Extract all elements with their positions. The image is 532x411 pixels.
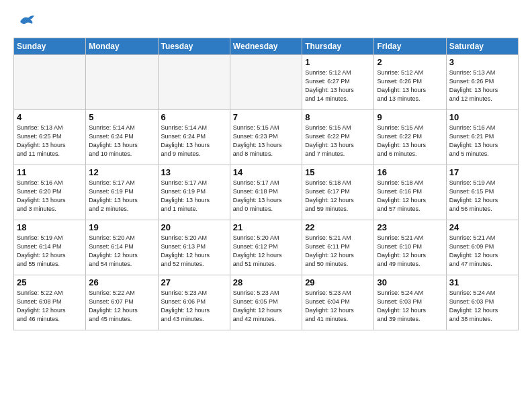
day-info: Sunrise: 5:17 AM Sunset: 6:18 PM Dayligh… — [233, 179, 299, 214]
calendar-cell: 19Sunrise: 5:20 AM Sunset: 6:14 PM Dayli… — [86, 220, 158, 275]
weekday-saturday: Saturday — [446, 38, 518, 55]
calendar-cell: 14Sunrise: 5:17 AM Sunset: 6:18 PM Dayli… — [230, 165, 302, 220]
day-info: Sunrise: 5:23 AM Sunset: 6:06 PM Dayligh… — [161, 289, 227, 324]
calendar-cell — [158, 55, 230, 110]
day-number: 21 — [233, 222, 299, 232]
day-info: Sunrise: 5:13 AM Sunset: 6:25 PM Dayligh… — [17, 124, 83, 158]
calendar-cell: 29Sunrise: 5:23 AM Sunset: 6:04 PM Dayli… — [302, 275, 374, 330]
calendar-cell — [86, 55, 158, 110]
calendar-cell: 21Sunrise: 5:20 AM Sunset: 6:12 PM Dayli… — [230, 220, 302, 275]
day-info: Sunrise: 5:20 AM Sunset: 6:14 PM Dayligh… — [89, 234, 154, 269]
calendar-cell: 7Sunrise: 5:15 AM Sunset: 6:23 PM Daylig… — [230, 110, 302, 165]
day-number: 18 — [17, 222, 83, 232]
day-number: 29 — [305, 277, 371, 287]
calendar-cell: 9Sunrise: 5:15 AM Sunset: 6:22 PM Daylig… — [374, 110, 446, 165]
day-info: Sunrise: 5:14 AM Sunset: 6:24 PM Dayligh… — [161, 124, 227, 158]
weekday-monday: Monday — [86, 38, 158, 55]
day-number: 19 — [89, 222, 154, 232]
calendar-cell: 12Sunrise: 5:17 AM Sunset: 6:19 PM Dayli… — [86, 165, 158, 220]
day-number: 20 — [161, 222, 227, 232]
day-number: 4 — [17, 112, 83, 122]
day-info: Sunrise: 5:16 AM Sunset: 6:20 PM Dayligh… — [17, 179, 83, 214]
day-number: 17 — [449, 167, 515, 177]
calendar-cell: 30Sunrise: 5:24 AM Sunset: 6:03 PM Dayli… — [374, 275, 446, 330]
day-info: Sunrise: 5:15 AM Sunset: 6:22 PM Dayligh… — [377, 124, 443, 158]
calendar-cell: 5Sunrise: 5:14 AM Sunset: 6:24 PM Daylig… — [86, 110, 158, 165]
day-number: 27 — [161, 277, 227, 287]
day-number: 22 — [305, 222, 371, 232]
calendar-cell: 23Sunrise: 5:21 AM Sunset: 6:10 PM Dayli… — [374, 220, 446, 275]
day-info: Sunrise: 5:18 AM Sunset: 6:17 PM Dayligh… — [305, 179, 371, 214]
page-header — [13, 11, 519, 31]
logo — [13, 13, 36, 31]
week-row-5: 25Sunrise: 5:22 AM Sunset: 6:08 PM Dayli… — [14, 275, 519, 330]
day-info: Sunrise: 5:17 AM Sunset: 6:19 PM Dayligh… — [89, 179, 154, 214]
day-info: Sunrise: 5:23 AM Sunset: 6:04 PM Dayligh… — [305, 289, 371, 324]
weekday-thursday: Thursday — [302, 38, 374, 55]
day-number: 7 — [233, 112, 299, 122]
day-number: 8 — [305, 112, 371, 122]
weekday-header-row: SundayMondayTuesdayWednesdayThursdayFrid… — [14, 38, 519, 55]
day-number: 6 — [161, 112, 227, 122]
day-info: Sunrise: 5:15 AM Sunset: 6:23 PM Dayligh… — [233, 124, 299, 158]
day-info: Sunrise: 5:19 AM Sunset: 6:14 PM Dayligh… — [17, 234, 83, 269]
day-info: Sunrise: 5:17 AM Sunset: 6:19 PM Dayligh… — [161, 179, 227, 214]
day-number: 13 — [161, 167, 227, 177]
day-number: 23 — [377, 222, 443, 232]
calendar-cell: 16Sunrise: 5:18 AM Sunset: 6:16 PM Dayli… — [374, 165, 446, 220]
day-info: Sunrise: 5:21 AM Sunset: 6:09 PM Dayligh… — [449, 234, 515, 269]
weekday-sunday: Sunday — [14, 38, 86, 55]
week-row-3: 11Sunrise: 5:16 AM Sunset: 6:20 PM Dayli… — [14, 165, 519, 220]
day-number: 28 — [233, 277, 299, 287]
day-info: Sunrise: 5:21 AM Sunset: 6:10 PM Dayligh… — [377, 234, 443, 269]
day-number: 16 — [377, 167, 443, 177]
day-number: 11 — [17, 167, 83, 177]
week-row-2: 4Sunrise: 5:13 AM Sunset: 6:25 PM Daylig… — [14, 110, 519, 165]
day-info: Sunrise: 5:12 AM Sunset: 6:26 PM Dayligh… — [377, 68, 443, 103]
day-number: 30 — [377, 277, 443, 287]
calendar-cell — [230, 55, 302, 110]
weekday-tuesday: Tuesday — [158, 38, 230, 55]
calendar-cell: 17Sunrise: 5:19 AM Sunset: 6:15 PM Dayli… — [446, 165, 518, 220]
calendar-cell: 10Sunrise: 5:16 AM Sunset: 6:21 PM Dayli… — [446, 110, 518, 165]
calendar-cell: 28Sunrise: 5:23 AM Sunset: 6:05 PM Dayli… — [230, 275, 302, 330]
day-number: 3 — [449, 57, 515, 67]
day-number: 14 — [233, 167, 299, 177]
day-info: Sunrise: 5:19 AM Sunset: 6:15 PM Dayligh… — [449, 179, 515, 214]
day-info: Sunrise: 5:22 AM Sunset: 6:07 PM Dayligh… — [89, 289, 154, 324]
calendar-cell: 8Sunrise: 5:15 AM Sunset: 6:22 PM Daylig… — [302, 110, 374, 165]
day-info: Sunrise: 5:23 AM Sunset: 6:05 PM Dayligh… — [233, 289, 299, 324]
day-number: 1 — [305, 57, 371, 67]
weekday-friday: Friday — [374, 38, 446, 55]
weekday-wednesday: Wednesday — [230, 38, 302, 55]
day-info: Sunrise: 5:18 AM Sunset: 6:16 PM Dayligh… — [377, 179, 443, 214]
calendar-cell: 31Sunrise: 5:24 AM Sunset: 6:03 PM Dayli… — [446, 275, 518, 330]
day-info: Sunrise: 5:12 AM Sunset: 6:27 PM Dayligh… — [305, 68, 371, 103]
calendar-cell: 20Sunrise: 5:20 AM Sunset: 6:13 PM Dayli… — [158, 220, 230, 275]
day-info: Sunrise: 5:24 AM Sunset: 6:03 PM Dayligh… — [377, 289, 443, 324]
calendar-cell: 13Sunrise: 5:17 AM Sunset: 6:19 PM Dayli… — [158, 165, 230, 220]
day-info: Sunrise: 5:14 AM Sunset: 6:24 PM Dayligh… — [89, 124, 154, 158]
calendar-cell: 11Sunrise: 5:16 AM Sunset: 6:20 PM Dayli… — [14, 165, 86, 220]
day-info: Sunrise: 5:13 AM Sunset: 6:26 PM Dayligh… — [449, 68, 515, 103]
calendar-cell: 22Sunrise: 5:21 AM Sunset: 6:11 PM Dayli… — [302, 220, 374, 275]
week-row-1: 1Sunrise: 5:12 AM Sunset: 6:27 PM Daylig… — [14, 55, 519, 110]
day-number: 31 — [449, 277, 515, 287]
day-number: 10 — [449, 112, 515, 122]
day-number: 12 — [89, 167, 154, 177]
calendar-cell: 3Sunrise: 5:13 AM Sunset: 6:26 PM Daylig… — [446, 55, 518, 110]
day-number: 9 — [377, 112, 443, 122]
calendar-cell: 26Sunrise: 5:22 AM Sunset: 6:07 PM Dayli… — [86, 275, 158, 330]
calendar-cell: 27Sunrise: 5:23 AM Sunset: 6:06 PM Dayli… — [158, 275, 230, 330]
calendar-table: SundayMondayTuesdayWednesdayThursdayFrid… — [13, 38, 519, 330]
day-info: Sunrise: 5:21 AM Sunset: 6:11 PM Dayligh… — [305, 234, 371, 269]
calendar-cell — [14, 55, 86, 110]
week-row-4: 18Sunrise: 5:19 AM Sunset: 6:14 PM Dayli… — [14, 220, 519, 275]
day-number: 26 — [89, 277, 154, 287]
calendar-cell: 25Sunrise: 5:22 AM Sunset: 6:08 PM Dayli… — [14, 275, 86, 330]
day-info: Sunrise: 5:24 AM Sunset: 6:03 PM Dayligh… — [449, 289, 515, 324]
day-info: Sunrise: 5:20 AM Sunset: 6:12 PM Dayligh… — [233, 234, 299, 269]
day-number: 2 — [377, 57, 443, 67]
day-number: 5 — [89, 112, 154, 122]
day-number: 25 — [17, 277, 83, 287]
